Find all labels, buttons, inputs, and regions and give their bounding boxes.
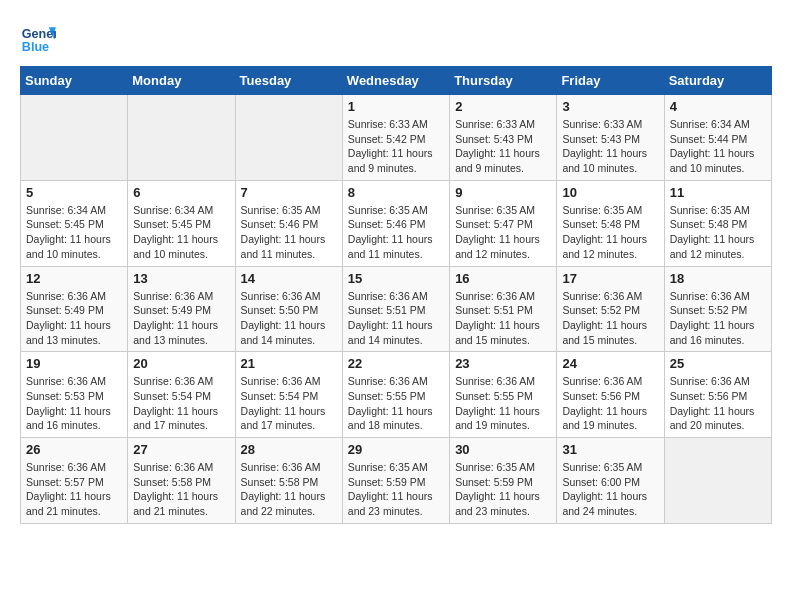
- day-info: Sunrise: 6:36 AM Sunset: 5:51 PM Dayligh…: [348, 289, 444, 348]
- day-number: 29: [348, 442, 444, 457]
- day-info: Sunrise: 6:33 AM Sunset: 5:42 PM Dayligh…: [348, 117, 444, 176]
- logo: General Blue: [20, 20, 60, 56]
- day-number: 22: [348, 356, 444, 371]
- day-info: Sunrise: 6:35 AM Sunset: 6:00 PM Dayligh…: [562, 460, 658, 519]
- day-number: 5: [26, 185, 122, 200]
- day-number: 3: [562, 99, 658, 114]
- calendar-cell: 29Sunrise: 6:35 AM Sunset: 5:59 PM Dayli…: [342, 438, 449, 524]
- day-number: 26: [26, 442, 122, 457]
- day-info: Sunrise: 6:35 AM Sunset: 5:48 PM Dayligh…: [562, 203, 658, 262]
- calendar-cell: 18Sunrise: 6:36 AM Sunset: 5:52 PM Dayli…: [664, 266, 771, 352]
- day-number: 10: [562, 185, 658, 200]
- calendar-cell: 23Sunrise: 6:36 AM Sunset: 5:55 PM Dayli…: [450, 352, 557, 438]
- calendar-cell: 22Sunrise: 6:36 AM Sunset: 5:55 PM Dayli…: [342, 352, 449, 438]
- day-number: 9: [455, 185, 551, 200]
- weekday-header-monday: Monday: [128, 67, 235, 95]
- weekday-header-wednesday: Wednesday: [342, 67, 449, 95]
- calendar-cell: 31Sunrise: 6:35 AM Sunset: 6:00 PM Dayli…: [557, 438, 664, 524]
- day-info: Sunrise: 6:35 AM Sunset: 5:46 PM Dayligh…: [348, 203, 444, 262]
- svg-text:Blue: Blue: [22, 40, 49, 54]
- day-info: Sunrise: 6:35 AM Sunset: 5:59 PM Dayligh…: [455, 460, 551, 519]
- day-info: Sunrise: 6:34 AM Sunset: 5:45 PM Dayligh…: [26, 203, 122, 262]
- calendar-cell: 9Sunrise: 6:35 AM Sunset: 5:47 PM Daylig…: [450, 180, 557, 266]
- calendar-cell: 4Sunrise: 6:34 AM Sunset: 5:44 PM Daylig…: [664, 95, 771, 181]
- day-info: Sunrise: 6:36 AM Sunset: 5:58 PM Dayligh…: [133, 460, 229, 519]
- calendar-cell: 14Sunrise: 6:36 AM Sunset: 5:50 PM Dayli…: [235, 266, 342, 352]
- calendar-cell: 2Sunrise: 6:33 AM Sunset: 5:43 PM Daylig…: [450, 95, 557, 181]
- day-info: Sunrise: 6:36 AM Sunset: 5:53 PM Dayligh…: [26, 374, 122, 433]
- calendar-cell: 11Sunrise: 6:35 AM Sunset: 5:48 PM Dayli…: [664, 180, 771, 266]
- day-info: Sunrise: 6:36 AM Sunset: 5:54 PM Dayligh…: [133, 374, 229, 433]
- day-number: 21: [241, 356, 337, 371]
- day-number: 15: [348, 271, 444, 286]
- day-info: Sunrise: 6:35 AM Sunset: 5:46 PM Dayligh…: [241, 203, 337, 262]
- day-info: Sunrise: 6:34 AM Sunset: 5:44 PM Dayligh…: [670, 117, 766, 176]
- day-number: 23: [455, 356, 551, 371]
- day-number: 30: [455, 442, 551, 457]
- day-number: 7: [241, 185, 337, 200]
- calendar-cell: 28Sunrise: 6:36 AM Sunset: 5:58 PM Dayli…: [235, 438, 342, 524]
- day-number: 4: [670, 99, 766, 114]
- weekday-header-sunday: Sunday: [21, 67, 128, 95]
- day-number: 24: [562, 356, 658, 371]
- day-number: 13: [133, 271, 229, 286]
- page-header: General Blue: [20, 20, 772, 56]
- calendar-cell: 7Sunrise: 6:35 AM Sunset: 5:46 PM Daylig…: [235, 180, 342, 266]
- calendar-cell: 13Sunrise: 6:36 AM Sunset: 5:49 PM Dayli…: [128, 266, 235, 352]
- day-number: 31: [562, 442, 658, 457]
- day-info: Sunrise: 6:35 AM Sunset: 5:59 PM Dayligh…: [348, 460, 444, 519]
- calendar-cell: 1Sunrise: 6:33 AM Sunset: 5:42 PM Daylig…: [342, 95, 449, 181]
- calendar-cell: 19Sunrise: 6:36 AM Sunset: 5:53 PM Dayli…: [21, 352, 128, 438]
- calendar-cell: 16Sunrise: 6:36 AM Sunset: 5:51 PM Dayli…: [450, 266, 557, 352]
- day-info: Sunrise: 6:36 AM Sunset: 5:51 PM Dayligh…: [455, 289, 551, 348]
- logo-icon: General Blue: [20, 20, 56, 56]
- calendar-cell: [128, 95, 235, 181]
- day-info: Sunrise: 6:36 AM Sunset: 5:54 PM Dayligh…: [241, 374, 337, 433]
- calendar-cell: [235, 95, 342, 181]
- day-info: Sunrise: 6:35 AM Sunset: 5:47 PM Dayligh…: [455, 203, 551, 262]
- day-number: 1: [348, 99, 444, 114]
- day-info: Sunrise: 6:33 AM Sunset: 5:43 PM Dayligh…: [562, 117, 658, 176]
- day-number: 6: [133, 185, 229, 200]
- day-info: Sunrise: 6:36 AM Sunset: 5:56 PM Dayligh…: [562, 374, 658, 433]
- calendar-cell: [664, 438, 771, 524]
- calendar-cell: 27Sunrise: 6:36 AM Sunset: 5:58 PM Dayli…: [128, 438, 235, 524]
- day-number: 25: [670, 356, 766, 371]
- calendar-cell: 24Sunrise: 6:36 AM Sunset: 5:56 PM Dayli…: [557, 352, 664, 438]
- calendar-cell: 26Sunrise: 6:36 AM Sunset: 5:57 PM Dayli…: [21, 438, 128, 524]
- day-number: 16: [455, 271, 551, 286]
- weekday-header-friday: Friday: [557, 67, 664, 95]
- day-number: 17: [562, 271, 658, 286]
- day-info: Sunrise: 6:36 AM Sunset: 5:52 PM Dayligh…: [562, 289, 658, 348]
- calendar-cell: 20Sunrise: 6:36 AM Sunset: 5:54 PM Dayli…: [128, 352, 235, 438]
- day-info: Sunrise: 6:36 AM Sunset: 5:52 PM Dayligh…: [670, 289, 766, 348]
- calendar-cell: 21Sunrise: 6:36 AM Sunset: 5:54 PM Dayli…: [235, 352, 342, 438]
- day-number: 14: [241, 271, 337, 286]
- calendar-cell: 3Sunrise: 6:33 AM Sunset: 5:43 PM Daylig…: [557, 95, 664, 181]
- day-info: Sunrise: 6:36 AM Sunset: 5:58 PM Dayligh…: [241, 460, 337, 519]
- day-info: Sunrise: 6:36 AM Sunset: 5:49 PM Dayligh…: [133, 289, 229, 348]
- day-info: Sunrise: 6:35 AM Sunset: 5:48 PM Dayligh…: [670, 203, 766, 262]
- day-info: Sunrise: 6:36 AM Sunset: 5:57 PM Dayligh…: [26, 460, 122, 519]
- day-info: Sunrise: 6:36 AM Sunset: 5:49 PM Dayligh…: [26, 289, 122, 348]
- weekday-header-saturday: Saturday: [664, 67, 771, 95]
- calendar-table: SundayMondayTuesdayWednesdayThursdayFrid…: [20, 66, 772, 524]
- day-info: Sunrise: 6:33 AM Sunset: 5:43 PM Dayligh…: [455, 117, 551, 176]
- day-info: Sunrise: 6:34 AM Sunset: 5:45 PM Dayligh…: [133, 203, 229, 262]
- day-number: 12: [26, 271, 122, 286]
- day-number: 2: [455, 99, 551, 114]
- day-number: 11: [670, 185, 766, 200]
- calendar-cell: [21, 95, 128, 181]
- day-info: Sunrise: 6:36 AM Sunset: 5:50 PM Dayligh…: [241, 289, 337, 348]
- calendar-cell: 8Sunrise: 6:35 AM Sunset: 5:46 PM Daylig…: [342, 180, 449, 266]
- calendar-cell: 17Sunrise: 6:36 AM Sunset: 5:52 PM Dayli…: [557, 266, 664, 352]
- calendar-cell: 30Sunrise: 6:35 AM Sunset: 5:59 PM Dayli…: [450, 438, 557, 524]
- day-number: 28: [241, 442, 337, 457]
- weekday-header-tuesday: Tuesday: [235, 67, 342, 95]
- calendar-cell: 5Sunrise: 6:34 AM Sunset: 5:45 PM Daylig…: [21, 180, 128, 266]
- calendar-cell: 6Sunrise: 6:34 AM Sunset: 5:45 PM Daylig…: [128, 180, 235, 266]
- day-number: 18: [670, 271, 766, 286]
- calendar-cell: 10Sunrise: 6:35 AM Sunset: 5:48 PM Dayli…: [557, 180, 664, 266]
- day-info: Sunrise: 6:36 AM Sunset: 5:55 PM Dayligh…: [455, 374, 551, 433]
- day-number: 19: [26, 356, 122, 371]
